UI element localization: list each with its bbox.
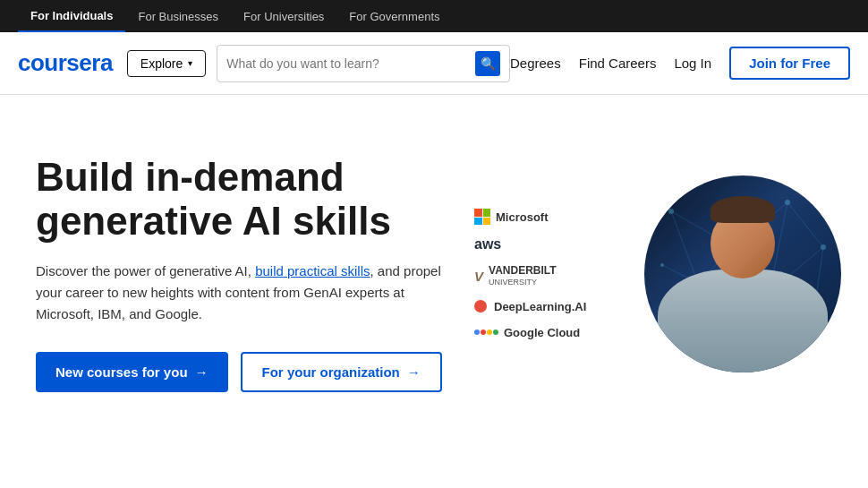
svg-point-17 [821,244,826,250]
hero-title: Build in-demand generative AI skills [36,156,447,243]
googlecloud-icon [474,330,498,335]
svg-line-2 [787,202,823,247]
search-input[interactable] [226,56,475,71]
join-button[interactable]: Join for Free [729,47,850,80]
partners-list: Microsoft aws V VANDERBILT UNIVERSITY De… [474,209,617,338]
arrow-icon: → [407,364,421,380]
person-body [658,270,828,372]
partner-deeplearning: DeepLearning.AI [474,300,617,313]
chevron-down-icon: ▾ [188,58,192,68]
partner-vanderbilt: V VANDERBILT UNIVERSITY [474,264,617,287]
partner-googlecloud: Google Cloud [474,326,617,339]
nav-businesses[interactable]: For Businesses [125,0,231,32]
hero-person-circle [644,176,841,372]
hero-description: Discover the power of generative AI, bui… [36,261,447,325]
person-hair [711,196,775,223]
explore-button[interactable]: Explore ▾ [127,50,206,77]
hero-content: Build in-demand generative AI skills Dis… [36,156,447,392]
nav-individuals[interactable]: For Individuals [18,0,125,32]
vanderbilt-icon: V [474,269,483,284]
svg-point-16 [785,200,790,205]
aws-icon: aws [474,237,501,252]
main-header: coursera Explore ▾ 🔍 Degrees Find Career… [0,32,868,95]
hero-link[interactable]: build practical skills [255,263,370,278]
arrow-icon: → [195,364,208,380]
hero-image [644,176,841,372]
for-organization-button[interactable]: For your organization → [241,352,442,392]
hero-section: Build in-demand generative AI skills Dis… [0,95,868,444]
svg-point-23 [660,263,664,267]
careers-link[interactable]: Find Careers [579,56,657,71]
search-bar: 🔍 [217,45,510,82]
search-button[interactable]: 🔍 [475,51,500,76]
svg-line-3 [671,211,698,283]
coursera-logo: coursera [18,49,113,77]
microsoft-icon [474,209,490,225]
header-right: Degrees Find Careers Log In Join for Fre… [510,47,850,80]
top-nav: For Individuals For Businesses For Unive… [0,0,868,32]
new-courses-button[interactable]: New courses for you → [36,352,228,392]
partner-microsoft: Microsoft [474,209,617,225]
deeplearning-icon [474,300,487,312]
nav-governments[interactable]: For Governments [336,0,452,32]
hero-buttons: New courses for you → For your organizat… [36,352,447,392]
partner-aws: aws [474,237,617,252]
svg-point-14 [668,209,674,214]
login-link[interactable]: Log In [674,56,711,71]
search-icon: 🔍 [481,56,496,71]
nav-universities[interactable]: For Universities [231,0,336,32]
degrees-link[interactable]: Degrees [510,56,561,71]
